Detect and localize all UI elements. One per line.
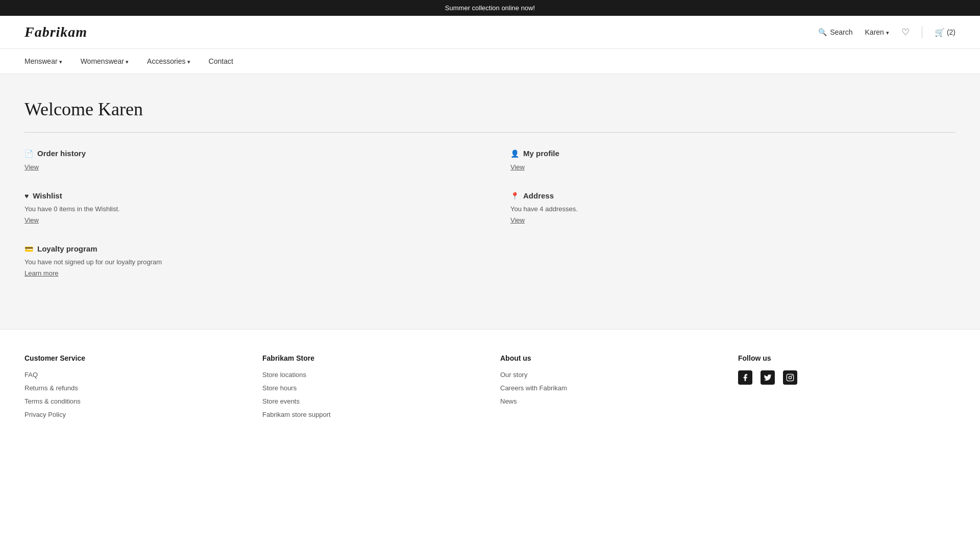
instagram-icon[interactable]: [783, 370, 797, 385]
footer: Customer Service FAQ Returns & refunds T…: [0, 329, 980, 440]
address-icon: [510, 191, 519, 200]
chevron-down-icon: [58, 57, 62, 65]
footer-fabrikam-store: Fabrikam Store Store locations Store hou…: [262, 354, 480, 423]
footer-link-careers[interactable]: Careers with Fabrikam: [500, 384, 718, 392]
svg-rect-0: [787, 374, 793, 381]
cart-button[interactable]: (2): [935, 28, 955, 37]
chevron-down-icon: [124, 57, 129, 65]
profile-icon: [510, 149, 519, 158]
header-right: Search Karen (2): [818, 26, 955, 38]
footer-grid: Customer Service FAQ Returns & refunds T…: [24, 354, 955, 423]
footer-follow-us: Follow us: [738, 354, 955, 423]
svg-point-2: [792, 375, 793, 376]
facebook-icon[interactable]: [738, 370, 752, 385]
announcement-bar: Summer collection online now!: [0, 0, 980, 16]
twitter-icon[interactable]: [761, 370, 775, 385]
account-grid: Order history View My profile View Wishl…: [24, 149, 955, 224]
loyalty-description: You have not signed up for our loyalty p…: [24, 258, 955, 266]
main-content: Welcome Karen Order history View My prof…: [0, 74, 980, 329]
my-profile-section: My profile View: [510, 149, 955, 171]
footer-link-our-story[interactable]: Our story: [500, 370, 718, 379]
footer-link-faq[interactable]: FAQ: [24, 370, 242, 379]
footer-link-store-hours[interactable]: Store hours: [262, 384, 480, 392]
loyalty-section: Loyalty program You have not signed up f…: [24, 244, 955, 277]
search-icon: [818, 28, 827, 36]
wishlist-description: You have 0 items in the Wishlist.: [24, 205, 470, 213]
profile-view-link[interactable]: View: [510, 163, 525, 171]
address-description: You have 4 addresses.: [510, 205, 955, 213]
user-menu[interactable]: Karen: [865, 28, 889, 36]
wishlist-section-icon: [24, 191, 29, 200]
loyalty-learn-more-link[interactable]: Learn more: [24, 269, 58, 277]
order-history-view-link[interactable]: View: [24, 163, 39, 171]
logo[interactable]: Fabrikam: [24, 24, 87, 40]
announcement-text: Summer collection online now!: [445, 4, 535, 12]
footer-link-news[interactable]: News: [500, 397, 718, 405]
footer-link-store-support[interactable]: Fabrikam store support: [262, 410, 480, 418]
cart-icon: [935, 28, 945, 37]
heart-icon: [901, 29, 910, 37]
svg-point-1: [789, 376, 791, 379]
loyalty-icon: [24, 244, 33, 253]
footer-customer-service: Customer Service FAQ Returns & refunds T…: [24, 354, 242, 423]
chevron-down-icon: [886, 28, 889, 36]
welcome-title: Welcome Karen: [24, 98, 955, 120]
wishlist-icon[interactable]: [901, 27, 910, 38]
footer-link-store-locations[interactable]: Store locations: [262, 370, 480, 379]
wishlist-section: Wishlist You have 0 items in the Wishlis…: [24, 191, 470, 224]
header-divider: [922, 26, 922, 38]
footer-link-returns[interactable]: Returns & refunds: [24, 384, 242, 392]
footer-link-terms[interactable]: Terms & conditions: [24, 397, 242, 405]
nav-item-menswear[interactable]: Menswear: [24, 49, 81, 73]
nav-item-accessories[interactable]: Accessories: [147, 49, 209, 73]
content-divider: [24, 132, 955, 133]
footer-link-store-events[interactable]: Store events: [262, 397, 480, 405]
wishlist-view-link[interactable]: View: [24, 216, 39, 224]
footer-about-us: About us Our story Careers with Fabrikam…: [500, 354, 718, 423]
main-nav: Menswear Womenswear Accessories Contact: [0, 49, 980, 74]
search-button[interactable]: Search: [818, 28, 852, 36]
social-icons: [738, 370, 955, 385]
nav-item-womenswear[interactable]: Womenswear: [81, 49, 147, 73]
address-view-link[interactable]: View: [510, 216, 525, 224]
chevron-down-icon: [186, 57, 190, 65]
footer-link-privacy[interactable]: Privacy Policy: [24, 410, 242, 418]
footer-about-us-heading: About us: [500, 354, 718, 362]
footer-customer-service-heading: Customer Service: [24, 354, 242, 362]
footer-follow-us-heading: Follow us: [738, 354, 955, 362]
address-section: Address You have 4 addresses. View: [510, 191, 955, 224]
order-history-icon: [24, 149, 33, 158]
footer-fabrikam-store-heading: Fabrikam Store: [262, 354, 480, 362]
order-history-section: Order history View: [24, 149, 470, 171]
header: Fabrikam Search Karen (2): [0, 16, 980, 49]
nav-item-contact[interactable]: Contact: [209, 49, 252, 73]
